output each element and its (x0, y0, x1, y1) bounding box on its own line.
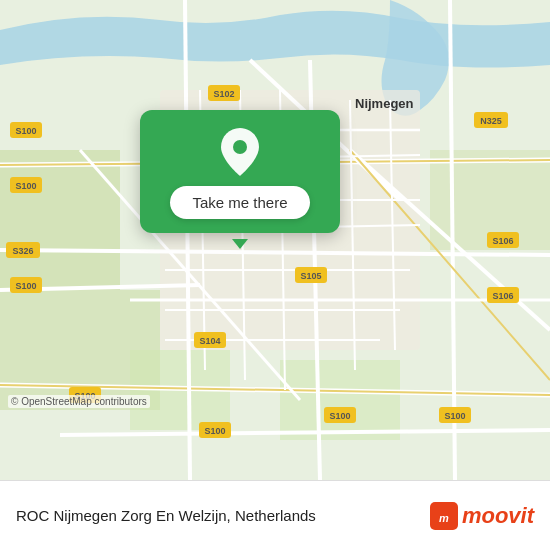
svg-text:S104: S104 (199, 336, 220, 346)
svg-rect-1 (0, 150, 120, 290)
svg-point-63 (233, 140, 247, 154)
svg-text:S102: S102 (213, 89, 234, 99)
svg-text:Nijmegen: Nijmegen (355, 96, 414, 111)
svg-text:S100: S100 (15, 281, 36, 291)
svg-text:S100: S100 (15, 126, 36, 136)
svg-text:S100: S100 (15, 181, 36, 191)
svg-text:N325: N325 (480, 116, 502, 126)
svg-text:S106: S106 (492, 236, 513, 246)
copyright-text: © OpenStreetMap contributors (8, 395, 150, 408)
svg-text:S100: S100 (204, 426, 225, 436)
svg-text:S106: S106 (492, 291, 513, 301)
map-svg: Nijmegen S102 S100 S100 S326 S100 N325 S… (0, 0, 550, 480)
take-me-there-button[interactable]: Take me there (170, 186, 309, 219)
svg-text:S326: S326 (12, 246, 33, 256)
popup-card: Take me there (140, 110, 340, 233)
bottom-bar: ROC Nijmegen Zorg En Welzijn, Netherland… (0, 480, 550, 550)
svg-text:m: m (439, 512, 449, 524)
moovit-text: moovit (462, 503, 534, 529)
svg-text:S100: S100 (444, 411, 465, 421)
svg-text:S100: S100 (329, 411, 350, 421)
location-name: ROC Nijmegen Zorg En Welzijn, Netherland… (16, 507, 316, 524)
moovit-logo: m moovit (430, 502, 534, 530)
location-pin-icon (216, 128, 264, 176)
svg-rect-4 (280, 360, 400, 440)
map-container: Nijmegen S102 S100 S100 S326 S100 N325 S… (0, 0, 550, 480)
svg-text:S105: S105 (300, 271, 321, 281)
